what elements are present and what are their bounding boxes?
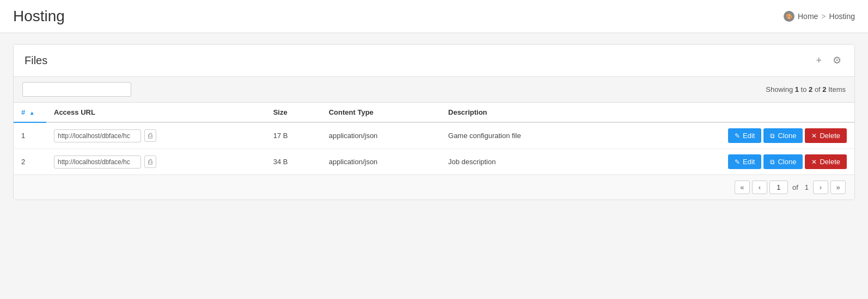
pagination-prev[interactable]: ‹: [752, 180, 767, 194]
showing-total: 2: [822, 85, 826, 94]
cell-url: ⎙: [46, 122, 266, 149]
col-content-type: Content Type: [321, 103, 441, 122]
showing-text: Showing 1 to 2 of 2 Items: [766, 85, 846, 94]
files-table: # ▲ Access URL Size Content Type Descrip…: [14, 103, 854, 175]
table-row: 2 ⎙ 34 B application/json Job descriptio…: [14, 149, 854, 175]
breadcrumb: 🎨 Home > Hosting: [784, 11, 855, 22]
delete-button[interactable]: ✕ Delete: [805, 128, 847, 143]
col-size: Size: [266, 103, 321, 122]
panel-title: Files: [25, 54, 47, 67]
col-num: # ▲: [14, 103, 46, 122]
page-title: Hosting: [13, 8, 65, 25]
table-toolbar: Showing 1 to 2 of 2 Items: [14, 77, 854, 103]
home-icon: 🎨: [784, 11, 794, 22]
breadcrumb-current: Hosting: [829, 12, 855, 21]
clone-icon: ⧉: [770, 132, 775, 140]
panel-actions: + ⚙: [814, 53, 843, 67]
clone-icon: ⧉: [770, 158, 775, 166]
main-content: Files + ⚙ Showing 1 to 2 of 2 Items # ▲ …: [0, 33, 868, 211]
delete-icon: ✕: [811, 158, 817, 166]
search-input[interactable]: [22, 82, 131, 97]
pagination-next[interactable]: ›: [813, 180, 828, 194]
delete-icon: ✕: [811, 132, 817, 140]
cell-content-type: application/json: [321, 149, 441, 175]
pagination-current: 1: [769, 180, 788, 194]
pagination-total-pages: 1: [803, 183, 811, 191]
sort-icon: ▲: [29, 110, 35, 116]
table-header-row: # ▲ Access URL Size Content Type Descrip…: [14, 103, 854, 122]
panel-header: Files + ⚙: [14, 45, 854, 77]
add-button[interactable]: +: [814, 54, 824, 67]
url-input[interactable]: [54, 129, 141, 142]
copy-url-button[interactable]: ⎙: [144, 155, 156, 168]
showing-to: 2: [809, 85, 812, 94]
cell-actions: ✎ Edit ⧉ Clone ✕ Delete: [604, 149, 854, 175]
cell-url: ⎙: [46, 149, 266, 175]
pagination-bar: « ‹ 1 of 1 › »: [14, 175, 854, 200]
edit-button[interactable]: ✎ Edit: [728, 128, 761, 143]
edit-icon: ✎: [735, 132, 740, 140]
page-header: Hosting 🎨 Home > Hosting: [0, 0, 868, 33]
delete-button[interactable]: ✕ Delete: [805, 154, 847, 169]
breadcrumb-separator: >: [821, 12, 826, 21]
files-panel: Files + ⚙ Showing 1 to 2 of 2 Items # ▲ …: [13, 44, 855, 200]
copy-url-button[interactable]: ⎙: [144, 129, 156, 142]
col-description: Description: [441, 103, 604, 122]
breadcrumb-home: Home: [798, 12, 818, 21]
url-input[interactable]: [54, 155, 141, 169]
cell-size: 17 B: [266, 122, 321, 149]
settings-button[interactable]: ⚙: [830, 53, 843, 67]
clone-button[interactable]: ⧉ Clone: [763, 154, 803, 169]
cell-num: 1: [14, 122, 46, 149]
cell-size: 34 B: [266, 149, 321, 175]
cell-content-type: application/json: [321, 122, 441, 149]
cell-description: Job description: [441, 149, 604, 175]
col-actions: [604, 103, 854, 122]
edit-button[interactable]: ✎ Edit: [728, 154, 761, 169]
showing-from: 1: [795, 85, 799, 94]
clone-button[interactable]: ⧉ Clone: [763, 128, 803, 143]
pagination-of-label: of: [790, 183, 800, 191]
edit-icon: ✎: [735, 158, 740, 166]
table-body: 1 ⎙ 17 B application/json Game configura…: [14, 122, 854, 175]
pagination-first[interactable]: «: [735, 180, 750, 194]
pagination-last[interactable]: »: [830, 180, 846, 194]
cell-actions: ✎ Edit ⧉ Clone ✕ Delete: [604, 122, 854, 149]
col-url: Access URL: [46, 103, 266, 122]
table-row: 1 ⎙ 17 B application/json Game configura…: [14, 122, 854, 149]
cell-description: Game configuration file: [441, 122, 604, 149]
cell-num: 2: [14, 149, 46, 175]
